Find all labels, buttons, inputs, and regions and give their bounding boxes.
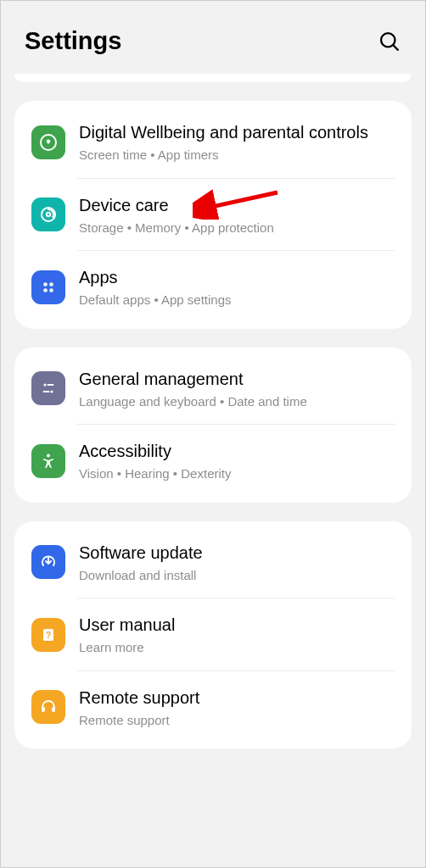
item-subtitle: Vision • Hearing • Dexterity xyxy=(79,465,395,482)
page-title: Settings xyxy=(25,27,121,55)
svg-point-10 xyxy=(49,288,53,292)
svg-point-13 xyxy=(50,391,53,393)
settings-group: Software update Download and install ? U… xyxy=(14,521,412,749)
item-title: Accessibility xyxy=(79,440,395,462)
svg-point-11 xyxy=(43,384,46,387)
prev-group-edge xyxy=(14,74,412,82)
svg-text:?: ? xyxy=(46,630,51,639)
settings-item-digital-wellbeing[interactable]: Digital Wellbeing and parental controls … xyxy=(14,106,412,179)
item-text: General management Language and keyboard… xyxy=(79,368,395,410)
item-title: Software update xyxy=(79,542,395,564)
svg-point-4 xyxy=(47,213,50,216)
item-subtitle: Storage • Memory • App protection xyxy=(79,220,395,236)
item-subtitle: Language and keyboard • Date and time xyxy=(79,393,395,410)
settings-item-apps[interactable]: Apps Default apps • App settings xyxy=(14,251,412,324)
svg-point-0 xyxy=(381,33,395,47)
item-subtitle: Screen time • App timers xyxy=(79,147,395,164)
wellbeing-icon xyxy=(31,125,65,159)
item-title: User manual xyxy=(79,614,395,636)
item-title: Digital Wellbeing and parental controls xyxy=(79,121,395,143)
remote-support-icon xyxy=(31,690,65,724)
svg-point-9 xyxy=(43,288,48,292)
user-manual-icon: ? xyxy=(31,618,65,652)
item-subtitle: Learn more xyxy=(79,639,395,656)
search-icon[interactable] xyxy=(378,30,401,53)
header: Settings xyxy=(6,6,420,74)
apps-icon xyxy=(31,270,65,304)
item-subtitle: Download and install xyxy=(79,567,395,584)
item-text: Remote support Remote support xyxy=(79,687,395,729)
settings-item-remote-support[interactable]: Remote support Remote support xyxy=(14,671,412,744)
settings-item-user-manual[interactable]: ? User manual Learn more xyxy=(14,598,412,671)
settings-group: Digital Wellbeing and parental controls … xyxy=(14,101,412,329)
item-text: Apps Default apps • App settings xyxy=(79,266,395,309)
settings-group: General management Language and keyboard… xyxy=(14,348,412,503)
item-title: Apps xyxy=(79,266,395,288)
item-subtitle: Default apps • App settings xyxy=(79,292,395,309)
item-title: General management xyxy=(79,368,395,390)
settings-item-general-management[interactable]: General management Language and keyboard… xyxy=(14,353,412,426)
svg-point-7 xyxy=(43,282,48,287)
item-text: Software update Download and install xyxy=(79,542,395,584)
software-update-icon xyxy=(31,545,65,579)
item-text: Accessibility Vision • Hearing • Dexteri… xyxy=(79,440,395,482)
general-management-icon xyxy=(31,371,65,405)
svg-point-8 xyxy=(49,282,53,287)
settings-item-accessibility[interactable]: Accessibility Vision • Hearing • Dexteri… xyxy=(14,425,412,498)
item-text: Digital Wellbeing and parental controls … xyxy=(79,121,395,164)
settings-item-device-care[interactable]: Device care Storage • Memory • App prote… xyxy=(14,179,412,252)
item-title: Remote support xyxy=(79,687,395,709)
item-text: User manual Learn more xyxy=(79,614,395,656)
item-subtitle: Remote support xyxy=(79,712,395,729)
svg-line-1 xyxy=(394,45,399,50)
svg-point-15 xyxy=(47,453,50,457)
svg-rect-18 xyxy=(42,707,45,712)
item-text: Device care Storage • Memory • App prote… xyxy=(79,194,395,236)
device-care-icon xyxy=(31,198,65,231)
svg-rect-14 xyxy=(43,391,50,392)
settings-item-software-update[interactable]: Software update Download and install xyxy=(14,526,412,599)
svg-rect-19 xyxy=(52,707,55,712)
svg-rect-12 xyxy=(48,384,54,386)
accessibility-icon xyxy=(31,444,65,478)
item-title: Device care xyxy=(79,194,395,216)
